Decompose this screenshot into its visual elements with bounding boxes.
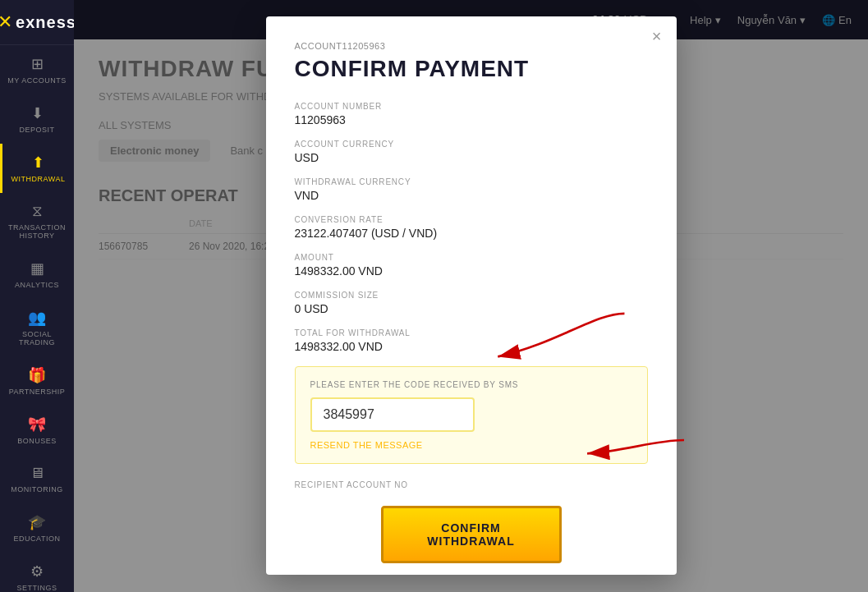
confirm-payment-modal: × ACCOUNT11205963 CONFIRM PAYMENT ACCOUN… — [266, 16, 677, 575]
sidebar-item-label: MY ACCOUNTS — [7, 76, 66, 85]
deposit-icon: ⬇ — [31, 104, 44, 122]
sidebar-item-label: ANALYTICS — [15, 281, 59, 289]
transaction-icon: ⧖ — [32, 203, 43, 220]
sidebar-item-label: WITHDRAWAL — [11, 175, 66, 183]
sidebar-item-label: PARTNERSHIP — [9, 388, 66, 396]
field-conversion-rate-value: 23122.407407 (USD / VND) — [295, 227, 648, 240]
modal-close-button[interactable]: × — [652, 28, 662, 44]
partnership-icon: 🎁 — [28, 366, 46, 384]
field-amount: AMOUNT 1498332.00 VND — [295, 253, 648, 278]
sidebar-item-education[interactable]: 🎓 EDUCATION — [0, 503, 74, 553]
confirm-withdrawal-button[interactable]: CONFIRM WITHDRAWAL — [381, 506, 562, 563]
field-commission: COMMISSION SIZE 0 USD — [295, 291, 648, 315]
field-account-number-label: ACCOUNT NUMBER — [295, 102, 648, 111]
withdrawal-icon: ⬆ — [32, 154, 44, 172]
sms-label: PLEASE ENTER THE CODE RECEIVED BY SMS — [310, 380, 632, 389]
sidebar-item-bonuses[interactable]: 🎀 BONUSES — [0, 406, 74, 455]
sidebar-item-label: SETTINGS — [16, 584, 57, 592]
field-commission-label: COMMISSION SIZE — [295, 291, 648, 300]
field-account-currency-value: USD — [295, 151, 648, 164]
logo-icon: ✕ — [0, 11, 12, 33]
sidebar-item-deposit[interactable]: ⬇ DEPOSIT — [0, 94, 74, 144]
sidebar-item-settings[interactable]: ⚙ SETTINGS — [0, 553, 74, 592]
sidebar-item-social-trading[interactable]: 👥 SOCIAL TRADING — [0, 299, 74, 356]
sms-code-input[interactable] — [310, 397, 475, 432]
settings-icon: ⚙ — [30, 562, 44, 581]
field-total-value: 1498332.00 VND — [295, 340, 648, 353]
field-total-label: TOTAL FOR WITHDRAWAL — [295, 328, 648, 337]
sidebar: ✕ exness ⊞ MY ACCOUNTS ⬇ DEPOSIT ⬆ WITHD… — [0, 0, 74, 592]
recipient-account-label: RECIPIENT ACCOUNT NO — [295, 480, 648, 489]
sidebar-item-withdrawal[interactable]: ⬆ WITHDRAWAL — [0, 144, 74, 193]
field-conversion-rate: CONVERSION RATE 23122.407407 (USD / VND) — [295, 215, 648, 240]
field-account-number: ACCOUNT NUMBER 11205963 — [295, 102, 648, 126]
monitoring-icon: 🖥 — [30, 465, 44, 482]
sidebar-item-label: EDUCATION — [14, 535, 61, 543]
field-amount-label: AMOUNT — [295, 253, 648, 262]
bonuses-icon: 🎀 — [28, 415, 46, 434]
modal-title: CONFIRM PAYMENT — [295, 56, 648, 82]
education-icon: 🎓 — [28, 513, 46, 531]
social-trading-icon: 👥 — [28, 309, 46, 327]
sidebar-item-label: SOCIAL TRADING — [5, 330, 69, 346]
field-withdrawal-currency-label: WITHDRAWAL CURRENCY — [295, 177, 648, 186]
sidebar-item-partnership[interactable]: 🎁 PARTNERSHIP — [0, 356, 74, 406]
sidebar-item-monitoring[interactable]: 🖥 MONITORING — [0, 455, 74, 503]
sidebar-item-label: TRANSACTION HISTORY — [5, 223, 69, 240]
sidebar-item-label: MONITORING — [11, 485, 62, 493]
resend-message-link[interactable]: RESEND THE MESSAGE — [310, 440, 632, 450]
sidebar-item-analytics[interactable]: ▦ ANALYTICS — [0, 250, 74, 299]
logo-text: exness — [16, 13, 76, 32]
field-commission-value: 0 USD — [295, 302, 648, 315]
analytics-icon: ▦ — [30, 259, 44, 278]
my-accounts-icon: ⊞ — [31, 55, 44, 73]
logo: ✕ exness — [0, 0, 74, 45]
field-withdrawal-currency-value: VND — [295, 189, 648, 202]
sms-section: PLEASE ENTER THE CODE RECEIVED BY SMS RE… — [295, 366, 648, 464]
main-area: 64.80 USD ▾ Help ▾ Nguyễn Văn ▾ 🌐 En WIT… — [74, 0, 868, 592]
modal-account-id: ACCOUNT11205963 — [295, 41, 648, 51]
field-account-currency: ACCOUNT CURRENCY USD — [295, 140, 648, 164]
field-conversion-rate-label: CONVERSION RATE — [295, 215, 648, 224]
field-withdrawal-currency: WITHDRAWAL CURRENCY VND — [295, 177, 648, 202]
field-account-currency-label: ACCOUNT CURRENCY — [295, 140, 648, 149]
modal-overlay: × ACCOUNT11205963 CONFIRM PAYMENT ACCOUN… — [74, 0, 868, 592]
field-amount-value: 1498332.00 VND — [295, 264, 648, 278]
sidebar-item-transaction-history[interactable]: ⧖ TRANSACTION HISTORY — [0, 193, 74, 250]
field-total: TOTAL FOR WITHDRAWAL 1498332.00 VND — [295, 328, 648, 353]
sidebar-item-my-accounts[interactable]: ⊞ MY ACCOUNTS — [0, 45, 74, 94]
sidebar-item-label: DEPOSIT — [19, 126, 54, 134]
sidebar-item-label: BONUSES — [17, 437, 57, 445]
field-account-number-value: 11205963 — [295, 113, 648, 126]
